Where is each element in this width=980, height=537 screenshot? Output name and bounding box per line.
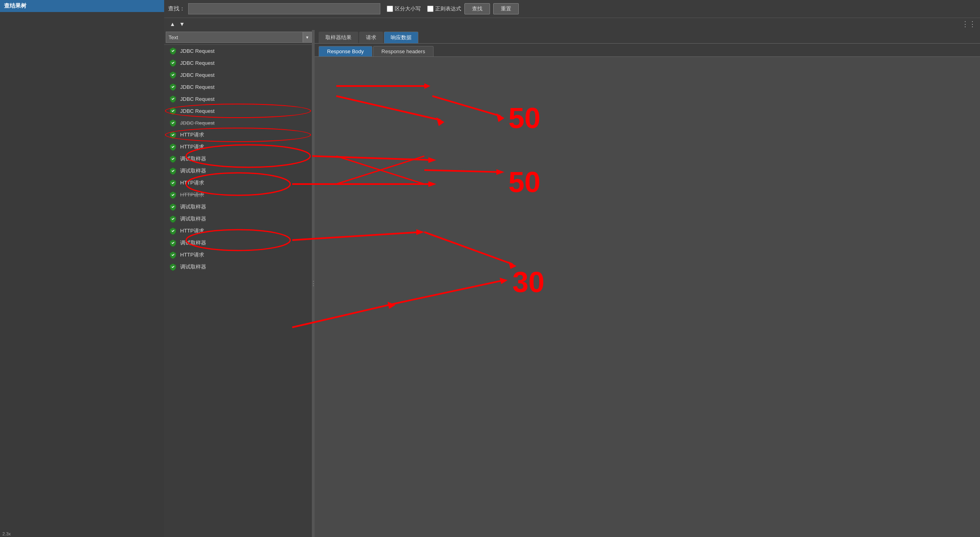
regex-group: 正则表达式 <box>427 5 461 12</box>
search-label: 查找： <box>168 5 185 12</box>
right-panel: 取样器结果 请求 响应数据 Response Body Response hea… <box>315 30 980 537</box>
shield-icon <box>169 131 177 139</box>
shield-icon <box>169 167 177 175</box>
regex-label: 正则表达式 <box>435 5 461 12</box>
shield-icon <box>169 47 177 55</box>
list-item[interactable]: 调试取样器 <box>164 261 312 273</box>
filter-row: Text Regexp JSON Path ▼ <box>164 30 312 45</box>
regex-checkbox[interactable] <box>427 6 434 12</box>
shield-icon <box>169 155 177 163</box>
shield-icon <box>169 263 177 271</box>
shield-icon <box>169 95 177 103</box>
down-arrow-icon[interactable]: ▼ <box>178 20 187 28</box>
filter-dropdown-button[interactable]: ▼ <box>303 32 311 42</box>
shield-icon <box>169 83 177 91</box>
list-item[interactable]: HTTP请求 <box>164 177 312 189</box>
item-label: HTTP请求 <box>180 251 204 258</box>
list-item[interactable]: JDBC Request <box>164 105 312 117</box>
case-sensitive-group: 区分大小写 <box>387 5 421 12</box>
tab-sampler-result[interactable]: 取样器结果 <box>319 32 358 43</box>
shield-icon <box>169 107 177 115</box>
list-item[interactable]: 调试取样器 <box>164 165 312 177</box>
item-label: 调试取样器 <box>180 155 206 162</box>
item-label: JDBC Request <box>180 96 215 102</box>
tab-response-data[interactable]: 响应数据 <box>384 32 418 43</box>
case-sensitive-checkbox[interactable] <box>387 6 393 12</box>
reset-button[interactable]: 重置 <box>493 3 519 14</box>
list-item[interactable]: JDBC Request <box>164 117 312 129</box>
sidebar-header: 查结果树 <box>0 0 164 12</box>
item-label: 调试取样器 <box>180 167 206 174</box>
item-label: JDBC Request <box>180 84 215 90</box>
shield-icon <box>169 215 177 223</box>
case-sensitive-label: 区分大小写 <box>395 5 421 12</box>
shield-icon <box>169 203 177 211</box>
item-label: JDBC Request <box>180 48 215 54</box>
shield-icon <box>169 227 177 235</box>
list-pane: Text Regexp JSON Path ▼ JDBC Request JDB… <box>164 30 312 537</box>
filter-select-container: Text Regexp JSON Path ▼ <box>166 32 312 43</box>
shield-icon <box>169 179 177 187</box>
search-bar: 查找： 区分大小写 正则表达式 查找 重置 <box>164 0 980 18</box>
shield-icon <box>169 119 177 127</box>
list-item[interactable]: 调试取样器 <box>164 201 312 213</box>
tab-bar-top: 取样器结果 请求 响应数据 <box>315 30 980 44</box>
split-pane: Text Regexp JSON Path ▼ JDBC Request JDB… <box>164 30 980 537</box>
list-item[interactable]: JDBC Request <box>164 57 312 69</box>
list-item[interactable]: HTTP请求 <box>164 189 312 201</box>
item-label: 调试取样器 <box>180 203 206 210</box>
shield-icon <box>169 239 177 247</box>
list-item[interactable]: JDBC Request <box>164 69 312 81</box>
sidebar: 查结果树 <box>0 0 164 537</box>
tab-request[interactable]: 请求 <box>359 32 383 43</box>
shield-icon <box>169 71 177 79</box>
filter-select[interactable]: Text Regexp JSON Path <box>166 34 303 40</box>
item-label: HTTP请求 <box>180 191 204 198</box>
list-item[interactable]: HTTP请求 <box>164 249 312 261</box>
item-label: 调试取样器 <box>180 215 206 222</box>
shield-icon <box>169 251 177 259</box>
list-scroll[interactable]: JDBC Request JDBC Request JDBC Request J… <box>164 45 312 537</box>
list-item[interactable]: HTTP请求 <box>164 129 312 141</box>
tab-response-headers[interactable]: Response headers <box>373 46 434 56</box>
item-label: HTTP请求 <box>180 227 204 234</box>
response-content <box>315 56 980 537</box>
toolbar-row: ▲ ▼ ⋮⋮ <box>164 18 980 30</box>
list-item[interactable]: 调试取样器 <box>164 153 312 165</box>
item-label: JDBC Request <box>180 120 215 126</box>
list-item[interactable]: HTTP请求 <box>164 141 312 153</box>
item-label: HTTP请求 <box>180 143 204 150</box>
status-bar: 2.3x <box>0 531 13 537</box>
shield-icon <box>169 59 177 67</box>
response-tab-bar: Response Body Response headers <box>315 44 980 56</box>
search-input[interactable] <box>188 3 380 14</box>
up-arrow-icon[interactable]: ▲ <box>168 20 177 28</box>
list-item[interactable]: HTTP请求 <box>164 225 312 237</box>
search-button[interactable]: 查找 <box>464 3 490 14</box>
list-item[interactable]: 调试取样器 <box>164 237 312 249</box>
list-item[interactable]: JDBC Request <box>164 45 312 57</box>
list-item[interactable]: JDBC Request <box>164 81 312 93</box>
list-item[interactable]: 调试取样器 <box>164 213 312 225</box>
item-label: 调试取样器 <box>180 239 206 246</box>
item-label: JDBC Request <box>180 60 215 66</box>
tab-response-body[interactable]: Response Body <box>319 46 372 56</box>
item-label: JDBC Request <box>180 108 215 114</box>
item-label: JDBC Request <box>180 72 215 78</box>
item-label: HTTP请求 <box>180 179 204 186</box>
list-item[interactable]: JDBC Request <box>164 93 312 105</box>
drag-handle[interactable]: ⋮⋮ <box>962 20 976 28</box>
main-content: 查找： 区分大小写 正则表达式 查找 重置 ▲ ▼ ⋮⋮ Text Regex <box>164 0 980 537</box>
shield-icon <box>169 143 177 151</box>
item-label: 调试取样器 <box>180 263 206 271</box>
item-label: HTTP请求 <box>180 131 204 138</box>
shield-icon <box>169 191 177 199</box>
